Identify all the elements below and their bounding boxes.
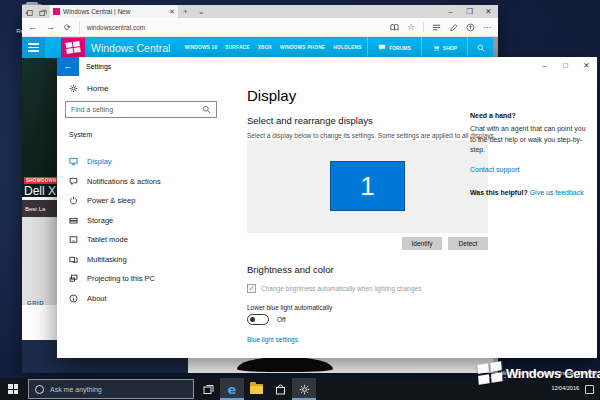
site-header: Windows Central WINDOWS 10 SURFACE XBOX …: [22, 37, 493, 58]
nav-windows10[interactable]: WINDOWS 10: [184, 45, 217, 50]
settings-minimize-button[interactable]: –: [534, 57, 555, 74]
nav-xbox[interactable]: XBOX: [258, 45, 272, 50]
browser-maximize-button[interactable]: ❐: [460, 5, 479, 18]
sidebar-item-home[interactable]: Home: [69, 84, 108, 93]
sidebar-item-projecting[interactable]: Projecting to this PC: [57, 269, 225, 288]
settings-search-input[interactable]: Find a setting: [65, 101, 217, 118]
tab-close-icon[interactable]: ✕: [169, 8, 175, 16]
sidebar-item-tablet-mode[interactable]: Tablet mode: [57, 230, 225, 249]
task-view-button[interactable]: [196, 378, 220, 400]
settings-back-button[interactable]: ←: [57, 57, 79, 76]
settings-sidebar: Home Find a setting System Display Notif…: [57, 76, 225, 358]
help-title: Need a hand?: [470, 112, 516, 119]
settings-help-panel: Need a hand? Chat with an agent that can…: [470, 76, 588, 358]
sidebar-item-storage[interactable]: Storage: [57, 211, 225, 230]
reading-view-icon[interactable]: [390, 23, 399, 32]
browser-tab[interactable]: Windows Central | New ✕: [50, 5, 178, 18]
notifications-icon: [69, 177, 78, 186]
brightness-checkbox-label: Change brightness automatically when lig…: [261, 285, 421, 292]
edge-icon: e: [228, 382, 237, 397]
sidebar-item-multitasking[interactable]: Multitasking: [57, 250, 225, 269]
settings-maximize-button[interactable]: □: [555, 57, 576, 74]
windows-flag-icon: [477, 361, 502, 385]
settings-window-controls: – □ ✕: [534, 57, 597, 74]
blue-light-settings-link[interactable]: Blue light settings: [247, 336, 298, 343]
browser-close-button[interactable]: ✕: [479, 5, 498, 18]
nav-windows-phone[interactable]: WINDOWS PHONE: [280, 45, 325, 50]
hub-icon[interactable]: [432, 23, 441, 32]
site-favicon-icon: [53, 8, 60, 15]
windows-central-watermark: Windows Central: [478, 363, 600, 383]
web-note-icon[interactable]: [449, 23, 458, 32]
tab-chevron-icon[interactable]: ⌄: [193, 7, 210, 16]
display-1-rect[interactable]: 1: [330, 161, 405, 211]
folder-icon: [250, 384, 263, 394]
taskbar-settings-button[interactable]: [292, 378, 316, 400]
section-description: Select a display below to change its set…: [247, 132, 497, 139]
tab-title: Windows Central | New: [63, 8, 166, 15]
desktop: Recycle Bin Windows Central | New ✕ + ⌄ …: [0, 0, 600, 400]
home-label: Home: [87, 84, 108, 93]
helpful-question: Was this helpful?: [470, 189, 528, 196]
windows-start-icon: [8, 384, 18, 394]
url-text: windowscentral.com: [87, 24, 146, 31]
start-button[interactable]: [0, 378, 26, 400]
forums-button[interactable]: FORUMS: [367, 37, 421, 58]
grid-label[interactable]: GRID: [27, 300, 44, 306]
store-bag-icon: [275, 384, 286, 395]
notification-center-icon[interactable]: [585, 385, 594, 394]
cortana-search-box[interactable]: Ask me anything: [28, 379, 194, 399]
windows-central-watermark-text: Windows Central: [506, 366, 600, 381]
store-button[interactable]: [268, 378, 292, 400]
section-title-brightness: Brightness and color: [247, 264, 334, 275]
gear-icon: [299, 384, 310, 395]
projecting-icon: [69, 274, 78, 283]
windows-central-logo[interactable]: [61, 38, 85, 57]
sidebar-section-label: System: [69, 131, 92, 138]
shop-label: SHOP: [443, 45, 457, 51]
settings-close-button[interactable]: ✕: [576, 57, 597, 74]
feedback-link[interactable]: Give us feedback: [530, 189, 584, 196]
storage-icon: [69, 216, 78, 225]
forward-icon[interactable]: →: [46, 22, 55, 32]
favorites-star-icon[interactable]: ☆: [407, 23, 415, 32]
about-icon: [69, 294, 78, 303]
sidebar-item-about[interactable]: About: [57, 289, 225, 308]
new-tab-button[interactable]: +: [178, 7, 193, 16]
browser-window-controls: – ❐ ✕: [441, 5, 498, 18]
display-arrangement-canvas: 1: [247, 140, 488, 233]
sidebar-item-notifications[interactable]: Notifications & actions: [57, 172, 225, 191]
hamburger-menu-icon[interactable]: [22, 37, 45, 58]
browser-minimize-button[interactable]: –: [441, 5, 460, 18]
search-icon: [202, 105, 211, 114]
taskbar-search-placeholder: Ask me anything: [50, 386, 102, 393]
help-body: Chat with an agent that can point you to…: [470, 124, 588, 156]
sidebar-item-display[interactable]: Display: [57, 152, 225, 171]
back-icon[interactable]: ←: [28, 22, 37, 32]
url-field[interactable]: windowscentral.com: [79, 21, 390, 34]
settings-window-title: Settings: [86, 63, 111, 70]
brightness-checkbox[interactable]: ✓: [247, 284, 256, 293]
blue-light-label: Lower blue light automatically: [247, 304, 332, 311]
laptop-image: [237, 357, 333, 372]
contact-support-link[interactable]: Contact support: [470, 166, 519, 173]
site-search-icon[interactable]: [467, 37, 493, 58]
file-explorer-button[interactable]: [244, 378, 268, 400]
page-title: Display: [247, 87, 296, 104]
taskbar-edge-button[interactable]: e: [220, 378, 244, 400]
sidebar-item-power-sleep[interactable]: Power & sleep: [57, 191, 225, 210]
nav-hololens[interactable]: HOLOLENS: [333, 45, 361, 50]
article-tag: SHOWDOWN: [24, 177, 59, 184]
refresh-icon[interactable]: ⟳: [64, 23, 71, 32]
blue-light-toggle[interactable]: [247, 314, 269, 325]
more-options-icon[interactable]: ⋯: [483, 23, 492, 32]
site-brand-text[interactable]: Windows Central: [91, 42, 170, 54]
toolbar-divider: [423, 22, 424, 32]
shop-button[interactable]: SHOP: [421, 37, 467, 58]
share-icon[interactable]: [466, 23, 475, 32]
browser-tab-bar: Windows Central | New ✕ + ⌄ – ❐ ✕: [22, 5, 498, 18]
settings-title-bar: ← Settings – □ ✕: [57, 57, 597, 76]
identify-button[interactable]: Identify: [402, 237, 442, 250]
nav-surface[interactable]: SURFACE: [225, 45, 249, 50]
tray-date[interactable]: 12/04/2016: [551, 385, 579, 392]
